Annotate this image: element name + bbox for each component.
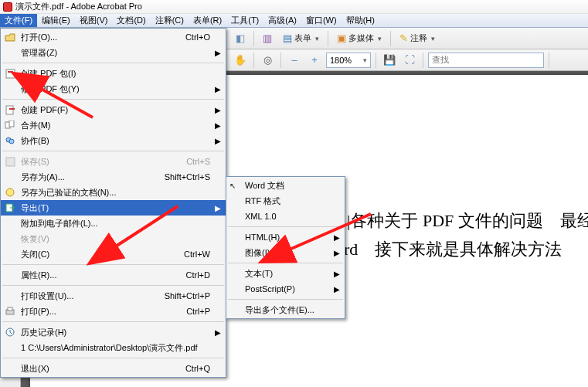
export-submenu: ↖ Word 文档 RTF 格式 XML 1.0 HTML(H)▶ 图像(I)▶…: [226, 176, 345, 319]
submenu-item-html[interactable]: HTML(H)▶: [226, 229, 345, 245]
menu-item-attach-email[interactable]: 附加到电子邮件(L)...: [1, 216, 226, 231]
submenu-arrow-icon: ▶: [215, 204, 221, 212]
hand-tool[interactable]: ✋: [232, 52, 249, 69]
window-title: 演示文件.pdf - Adobe Acrobat Pro: [15, 1, 142, 12]
history-icon: [4, 326, 16, 338]
submenu-arrow-icon: ▶: [215, 121, 221, 130]
hand-icon: ✋: [234, 55, 246, 65]
menu-item-combine[interactable]: 合并(M) ▶: [1, 117, 226, 133]
menu-item-create-pdf[interactable]: 创建 PDF(F) ▶: [1, 102, 226, 117]
zoom-input[interactable]: 180%▾: [326, 53, 371, 68]
fit-page-btn[interactable]: ⛶: [401, 52, 418, 69]
svg-rect-1: [8, 71, 13, 73]
menu-item-modify-pdf-package[interactable]: 修改 PDF 包(Y) ▶: [1, 81, 226, 97]
submenu-arrow-icon: ▶: [334, 249, 340, 257]
menu-item-close[interactable]: 关闭(C) Ctrl+W: [1, 246, 226, 262]
title-bar: 演示文件.pdf - Adobe Acrobat Pro: [0, 0, 588, 14]
menu-item-save-certified[interactable]: 另存为已验证的文档(N)...: [1, 185, 226, 200]
zoom-value: 180%: [330, 56, 352, 65]
doc-text-line1: |各种关于 PDF 文件的问题 最经: [347, 206, 588, 235]
svg-rect-3: [9, 108, 15, 110]
toolbar-btn-unknown1[interactable]: ◧: [232, 30, 249, 47]
save-icon: [4, 155, 16, 168]
menu-form[interactable]: 表单(R): [189, 14, 226, 27]
submenu-arrow-icon: ▶: [334, 285, 340, 294]
toolbar-btn-form[interactable]: ▤ 表单: [279, 30, 323, 47]
toolbar-multimedia-label: 多媒体: [348, 32, 374, 44]
toolbar-btn-multimedia[interactable]: ▣ 多媒体: [333, 30, 386, 47]
save-btn[interactable]: 💾: [381, 52, 398, 69]
pdf-file-icon: [3, 2, 12, 12]
menu-item-print[interactable]: 打印(P)... Ctrl+P: [1, 304, 226, 319]
menu-item-save-as[interactable]: 另存为(A)... Shift+Ctrl+S: [1, 169, 226, 185]
submenu-item-image[interactable]: 图像(I)▶: [226, 245, 345, 260]
menu-item-exit[interactable]: 退出(X) Ctrl+Q: [1, 361, 226, 376]
submenu-arrow-icon: ▶: [334, 270, 340, 278]
page-icon: ▥: [263, 33, 272, 43]
submenu-arrow-icon: ▶: [215, 85, 221, 93]
submenu-item-rtf[interactable]: RTF 格式: [226, 193, 345, 209]
certified-icon: [4, 186, 16, 199]
export-icon: [4, 202, 16, 214]
submenu-item-text[interactable]: 文本(T)▶: [226, 266, 345, 281]
svg-rect-0: [6, 70, 15, 78]
comment-icon: ✎: [399, 33, 408, 43]
package-icon: [4, 67, 16, 80]
menu-bar: 文件(F) 编辑(E) 视图(V) 文档(D) 注释(C) 表单(R) 工具(T…: [0, 14, 588, 28]
file-menu-dropdown: 打开(O)... Ctrl+O 管理器(Z) ▶ 创建 PDF 包(I) 修改 …: [0, 28, 226, 378]
loupe-tool[interactable]: ◎: [259, 52, 276, 69]
menu-item-properties[interactable]: 属性(R)... Ctrl+D: [1, 267, 226, 283]
submenu-arrow-icon: ▶: [215, 49, 221, 57]
menu-item-save[interactable]: 保存(S) Ctrl+S: [1, 154, 226, 169]
submenu-item-xml[interactable]: XML 1.0: [226, 209, 345, 224]
menu-view[interactable]: 视图(V): [75, 14, 113, 27]
menu-item-organizer[interactable]: 管理器(Z) ▶: [1, 45, 226, 60]
search-input[interactable]: 查找: [428, 53, 544, 68]
menu-item-recent-1[interactable]: 1 C:\Users\Administrator\Desktop\演示文件.pd…: [1, 340, 226, 355]
menu-document[interactable]: 文档(D): [112, 14, 150, 27]
submenu-item-postscript[interactable]: PostScript(P)▶: [226, 281, 345, 297]
cursor-icon: ↖: [229, 182, 236, 190]
fit-icon: ⛶: [405, 55, 415, 65]
create-pdf-icon: [4, 104, 16, 116]
menu-tools[interactable]: 工具(T): [226, 14, 263, 27]
plus-icon: +: [311, 55, 318, 65]
submenu-item-word[interactable]: ↖ Word 文档: [226, 178, 345, 193]
menu-comment[interactable]: 注释(C): [151, 14, 189, 27]
submenu-arrow-icon: ▶: [215, 137, 221, 145]
toolbar-btn-comment[interactable]: ✎ 注释: [396, 30, 439, 47]
form-icon: ▤: [283, 33, 292, 43]
menu-item-revert[interactable]: 恢复(V): [1, 231, 226, 246]
menu-edit[interactable]: 编辑(E): [37, 14, 75, 27]
combine-icon: [4, 119, 16, 131]
search-placeholder: 查找: [432, 54, 449, 66]
minus-icon: –: [291, 55, 297, 65]
menu-window[interactable]: 窗口(W): [301, 14, 342, 27]
floppy-icon: 💾: [383, 55, 396, 65]
menu-advanced[interactable]: 高级(A): [263, 14, 301, 27]
svg-rect-2: [6, 106, 13, 114]
menu-file[interactable]: 文件(F): [0, 14, 37, 27]
submenu-item-export-multiple[interactable]: 导出多个文件(E)...: [226, 302, 345, 317]
menu-help[interactable]: 帮助(H): [342, 14, 379, 27]
menu-item-print-setup[interactable]: 打印设置(U)... Shift+Ctrl+P: [1, 288, 226, 304]
menu-item-create-pdf-package[interactable]: 创建 PDF 包(I): [1, 66, 226, 81]
submenu-arrow-icon: ▶: [215, 328, 221, 337]
multimedia-icon: ▣: [337, 33, 346, 43]
svg-rect-12: [8, 307, 12, 311]
svg-point-7: [9, 139, 14, 144]
toolbar-comment-label: 注释: [410, 32, 427, 44]
menu-item-history[interactable]: 历史记录(H) ▶: [1, 324, 226, 340]
loupe-icon: ◎: [263, 55, 272, 65]
svg-rect-5: [9, 121, 14, 127]
open-icon: [4, 31, 16, 43]
menu-item-open[interactable]: 打开(O)... Ctrl+O: [1, 29, 226, 45]
collaborate-icon: [4, 134, 16, 147]
menu-item-export[interactable]: 导出(T) ▶: [1, 200, 226, 216]
zoom-out[interactable]: –: [286, 52, 303, 69]
doc-text-line2: ord 接下来就是具体解决方法: [335, 235, 588, 263]
menu-item-collaborate[interactable]: 协作(B) ▶: [1, 133, 226, 148]
zoom-in[interactable]: +: [306, 52, 323, 69]
toolbar-btn-page[interactable]: ▥: [259, 30, 276, 47]
generic-tool-icon: ◧: [236, 33, 245, 43]
